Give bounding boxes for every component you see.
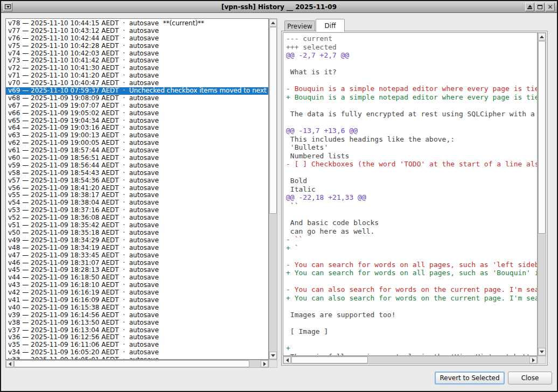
list-item[interactable]: v38 — 2025-11-09 16:13:50 AEDT · autosav… [6,319,268,327]
list-item[interactable]: v56 — 2025-11-09 18:41:20 AEDT · autosav… [6,185,268,192]
tab-preview[interactable]: Preview [284,20,315,31]
list-item[interactable]: v34 — 2025-11-09 16:05:20 AEDT · autosav… [6,349,268,356]
list-item[interactable]: v69 — 2025-11-10 07:59:37 AEDT · Uncheck… [6,87,268,95]
list-item[interactable]: v45 — 2025-11-09 18:28:13 AEDT · autosav… [6,267,268,274]
list-item[interactable]: v74 — 2025-11-10 10:42:03 AEDT · autosav… [6,50,268,58]
scroll-down-icon [271,354,275,357]
list-item[interactable]: v36 — 2025-11-09 16:12:56 AEDT · autosav… [6,334,268,341]
list-item[interactable]: v70 — 2025-11-10 10:40:47 AEDT · autosav… [6,80,268,87]
list-item[interactable]: v73 — 2025-11-10 10:41:42 AEDT · autosav… [6,57,268,65]
list-item[interactable]: v67 — 2025-11-09 19:07:07 AEDT · autosav… [6,102,268,110]
diff-hscroll-thumb[interactable] [291,356,368,363]
diff-scroll-left-button[interactable] [283,356,291,363]
list-item[interactable]: v59 — 2025-11-09 18:56:44 AEDT · autosav… [6,162,268,170]
diff-line: - You can search for words on all pages,… [286,261,537,269]
list-item[interactable]: v52 — 2025-11-09 18:36:08 AEDT · autosav… [6,214,268,222]
list-item[interactable]: v60 — 2025-11-09 18:56:51 AEDT · autosav… [6,155,268,162]
list-item[interactable]: v51 — 2025-11-09 18:35:42 AEDT · autosav… [6,222,268,229]
list-item[interactable]: v65 — 2025-11-09 19:04:34 AEDT · autosav… [6,117,268,125]
list-item[interactable]: v35 — 2025-11-09 16:11:06 AEDT · autosav… [6,341,268,349]
tab-diff[interactable]: Diff [316,19,345,32]
diff-line: And basic code blocks [286,219,537,227]
list-item[interactable]: v43 — 2025-11-09 16:18:10 AEDT · autosav… [6,282,268,289]
list-item[interactable]: v57 — 2025-11-09 18:54:36 AEDT · autosav… [6,177,268,185]
list-item[interactable]: v47 — 2025-11-09 18:33:45 AEDT · autosav… [6,252,268,260]
diff-scroll-up-button[interactable] [538,33,546,40]
list-item[interactable]: v72 — 2025-11-10 10:41:30 AEDT · autosav… [6,65,268,72]
diff-content[interactable]: --- current+++ selected@@ -2,7 +2,7 @@ W… [283,32,538,356]
scroll-up-icon [540,36,544,38]
list-item[interactable]: v42 — 2025-11-09 16:16:19 AEDT · autosav… [6,289,268,297]
shade-window-icon [527,5,532,9]
diff-scroll-down-button[interactable] [538,348,546,355]
diff-panel: --- current+++ selected@@ -2,7 +2,7 @@ W… [281,31,548,366]
list-item[interactable]: v46 — 2025-11-09 18:31:07 AEDT · autosav… [6,260,268,267]
list-item[interactable]: v66 — 2025-11-09 19:05:02 AEDT · autosav… [6,110,268,117]
diff-scroll-right-button[interactable] [529,356,537,363]
diff-line: - `` [286,235,537,244]
close-button[interactable]: Close [508,372,552,384]
scroll-right-icon [532,358,535,362]
shade-button[interactable] [525,3,534,11]
list-item[interactable]: v58 — 2025-11-09 18:54:43 AEDT · autosav… [6,170,268,177]
list-item[interactable]: v61 — 2025-11-09 18:57:44 AEDT · autosav… [6,147,268,155]
close-window-button[interactable]: ✕ [546,3,555,11]
version-list-vscrollbar[interactable] [269,18,277,360]
list-item[interactable]: v77 — 2025-11-10 10:43:12 AEDT · autosav… [6,27,268,35]
scroll-left-icon [286,358,289,362]
tab-diff-label: Diff [325,22,336,30]
diff-line: This includes headings like the above,: [286,135,537,144]
diff-line: --- current [286,34,537,43]
list-item[interactable]: v41 — 2025-11-09 16:16:09 AEDT · autosav… [6,297,268,304]
list-item[interactable]: v49 — 2025-11-09 18:34:29 AEDT · autosav… [6,237,268,244]
list-item[interactable]: v63 — 2025-11-09 19:00:13 AEDT · autosav… [6,132,268,139]
list-item[interactable]: v76 — 2025-11-10 10:42:44 AEDT · autosav… [6,35,268,43]
list-item[interactable]: v68 — 2025-11-09 19:08:09 AEDT · autosav… [6,95,268,102]
list-item[interactable]: v62 — 2025-11-09 19:00:05 AEDT · autosav… [6,139,268,147]
diff-line [286,101,537,110]
list-item[interactable]: v48 — 2025-11-09 18:34:19 AEDT · autosav… [6,244,268,252]
scroll-down-icon [540,351,544,353]
diff-line: - You can also search for words on the c… [286,285,537,294]
diff-vscrollbar[interactable] [538,32,546,356]
list-item[interactable]: v39 — 2025-11-09 16:14:56 AEDT · autosav… [6,312,268,319]
diff-line: + You can also search for words on the c… [286,294,537,303]
diff-hscrollbar[interactable] [283,356,538,364]
list-item[interactable]: v71 — 2025-11-10 10:41:20 AEDT · autosav… [6,72,268,80]
scroll-left-button[interactable] [6,360,13,367]
diff-line: - Bouquin is a simple notepad editor whe… [286,85,537,93]
version-list-hscrollbar[interactable] [5,360,269,368]
diff-line: can go here as well. [286,227,537,236]
revert-to-selected-button[interactable]: Revert to Selected [435,372,505,384]
vscroll-thumb[interactable] [269,27,277,214]
scroll-left-icon [9,362,11,366]
version-list[interactable]: v78 — 2025-11-10 10:44:15 AEDT · autosav… [5,18,269,360]
hscroll-thumb[interactable] [14,360,249,367]
scroll-right-button[interactable] [261,360,268,367]
diff-line [286,60,537,68]
list-item[interactable]: v50 — 2025-11-09 18:35:18 AEDT · autosav… [6,229,268,237]
diff-line: +++ selected [286,43,537,52]
list-item[interactable]: v53 — 2025-11-09 18:37:16 AEDT · autosav… [6,207,268,214]
diff-vscroll-thumb[interactable] [538,41,546,234]
list-item[interactable]: v75 — 2025-11-10 10:42:28 AEDT · autosav… [6,43,268,50]
list-item[interactable]: v54 — 2025-11-09 18:38:04 AEDT · autosav… [6,199,268,207]
diff-line: What is it? [286,68,537,76]
diff-line [286,252,537,261]
list-item[interactable]: v40 — 2025-11-09 16:15:38 AEDT · autosav… [6,304,268,312]
titlebar[interactable]: [vpn-ssh] History __ 2025-11-09 ✕ [1,1,557,13]
window-menu-button[interactable] [3,3,12,11]
scroll-right-icon [263,362,266,366]
list-item[interactable]: v44 — 2025-11-09 16:18:50 AEDT · autosav… [6,274,268,282]
list-item[interactable]: v37 — 2025-11-09 16:13:04 AEDT · autosav… [6,327,268,334]
history-pane: v78 — 2025-11-10 10:44:15 AEDT · autosav… [5,18,277,368]
diff-line: 'Bullets' [286,143,537,152]
scroll-up-button[interactable] [269,19,277,26]
scrollbar-corner [269,360,277,368]
maximize-button[interactable] [535,3,545,11]
list-item[interactable]: v78 — 2025-11-10 10:44:15 AEDT · autosav… [6,20,268,27]
dialog-content: v78 — 2025-11-10 10:44:15 AEDT · autosav… [1,13,557,391]
list-item[interactable]: v64 — 2025-11-09 19:03:16 AEDT · autosav… [6,124,268,132]
list-item[interactable]: v55 — 2025-11-09 18:38:17 AEDT · autosav… [6,192,268,199]
scroll-down-button[interactable] [269,352,277,359]
